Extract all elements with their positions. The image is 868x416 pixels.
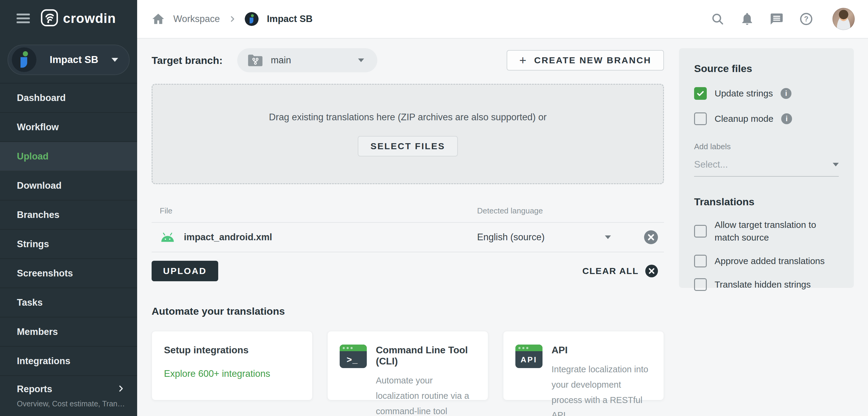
breadcrumb: Workspace Impact SB <box>152 12 313 26</box>
automation-cards: Setup integrations Explore 600+ integrat… <box>152 331 664 400</box>
home-icon[interactable] <box>152 12 165 26</box>
upload-button[interactable]: UPLOAD <box>152 261 218 281</box>
sidebar-item-strings[interactable]: Strings <box>0 230 137 259</box>
topbar: Workspace Impact SB <box>137 0 868 38</box>
remove-file-button[interactable] <box>644 230 658 244</box>
explore-integrations-link[interactable]: Explore 600+ integrations <box>164 368 300 379</box>
target-branch-label: Target branch: <box>152 55 223 66</box>
plus-icon: + <box>519 54 526 66</box>
messages-icon[interactable] <box>770 12 784 26</box>
branch-select[interactable]: main <box>237 48 377 72</box>
option-allow-target-match-source: Allow target translation to match source <box>694 218 839 244</box>
crowdin-wordmark: crowdin <box>63 11 116 26</box>
branch-folder-icon <box>247 54 263 67</box>
terminal-icon: >_ <box>340 345 367 368</box>
file-cell: impact_android.xml <box>160 232 477 243</box>
card-setup-integrations[interactable]: Setup integrations Explore 600+ integrat… <box>152 331 313 400</box>
automate-heading: Automate your translations <box>152 305 664 317</box>
add-labels-label: Add labels <box>694 142 839 151</box>
sidebar-item-screenshots[interactable]: Screenshots <box>0 259 137 288</box>
sidebar-item-upload[interactable]: Upload <box>0 142 137 171</box>
update-strings-checkbox[interactable] <box>694 87 707 100</box>
breadcrumb-workspace[interactable]: Workspace <box>173 13 220 24</box>
cleanup-mode-checkbox[interactable] <box>694 113 707 125</box>
upload-actions-row: UPLOAD CLEAR ALL <box>152 261 664 281</box>
search-icon[interactable] <box>711 12 724 26</box>
topbar-actions: ? <box>711 8 855 30</box>
chevron-right-icon <box>228 15 236 23</box>
info-icon[interactable] <box>781 88 792 99</box>
crowdin-upload-page: crowdin Impact SB Dashboard Workflow Upl… <box>0 0 868 416</box>
option-translate-hidden-strings: Translate hidden strings <box>694 278 839 291</box>
api-icon: API <box>516 345 542 368</box>
target-branch-row: Target branch: main + CREATE NEW BRANCH <box>152 48 664 72</box>
reports-subtitle: Overview, Cost estimate, Transl… <box>17 399 125 408</box>
detected-language-select[interactable]: English (source) <box>477 232 644 243</box>
breadcrumb-project[interactable]: Impact SB <box>267 13 313 24</box>
allow-target-match-checkbox[interactable] <box>694 225 707 238</box>
file-name: impact_android.xml <box>184 232 272 243</box>
sidebar-item-branches[interactable]: Branches <box>0 201 137 230</box>
sidebar-item-download[interactable]: Download <box>0 171 137 201</box>
crowdin-logo-icon <box>41 9 58 28</box>
project-selector[interactable]: Impact SB <box>7 44 130 75</box>
clear-all-button[interactable]: CLEAR ALL <box>582 265 658 277</box>
sidebar-item-dashboard[interactable]: Dashboard <box>0 84 137 113</box>
info-icon[interactable] <box>781 113 792 124</box>
sidebar-item-tasks[interactable]: Tasks <box>0 288 137 318</box>
sidebar-item-members[interactable]: Members <box>0 318 137 347</box>
sidebar: crowdin Impact SB Dashboard Workflow Upl… <box>0 0 137 416</box>
hamburger-menu-icon[interactable] <box>17 13 30 23</box>
sidebar-item-integrations[interactable]: Integrations <box>0 347 137 376</box>
chevron-down-icon <box>833 163 839 167</box>
chevron-down-icon <box>605 235 611 239</box>
sidebar-header: crowdin <box>0 0 137 37</box>
project-selector-label: Impact SB <box>36 54 112 65</box>
android-icon <box>160 232 176 242</box>
column-header-detected-language: Detected language <box>477 206 664 215</box>
notifications-bell-icon[interactable] <box>740 12 754 26</box>
sidebar-item-workflow[interactable]: Workflow <box>0 113 137 142</box>
branch-select-value: main <box>271 55 358 66</box>
uploaded-files-table: File Detected language impact_android.xm… <box>152 199 664 252</box>
crowdin-logo[interactable]: crowdin <box>41 9 116 28</box>
translate-hidden-checkbox[interactable] <box>694 278 707 291</box>
sidebar-nav: Dashboard Workflow Upload Download Branc… <box>0 84 137 416</box>
chevron-down-icon <box>358 58 364 62</box>
project-avatar <box>12 47 36 72</box>
help-icon[interactable]: ? <box>799 12 813 26</box>
table-row: impact_android.xml English (source) <box>152 223 664 252</box>
content: Target branch: main + CREATE NEW BRANCH <box>137 38 868 416</box>
translations-heading: Translations <box>694 196 839 208</box>
option-approve-added-translations: Approve added translations <box>694 255 839 267</box>
clear-all-x-icon <box>645 265 658 277</box>
select-files-button[interactable]: SELECT FILES <box>358 136 458 156</box>
card-api[interactable]: API API Integrate localization into your… <box>503 331 664 400</box>
chevron-down-icon <box>112 58 118 62</box>
source-files-heading: Source files <box>694 63 839 75</box>
main-area: Workspace Impact SB <box>137 0 868 416</box>
sidebar-item-reports[interactable]: Reports Overview, Cost estimate, Transl… <box>0 376 137 416</box>
column-header-file: File <box>160 206 477 215</box>
option-update-strings: Update strings <box>694 87 839 100</box>
svg-text:?: ? <box>804 15 809 23</box>
card-cli[interactable]: >_ Command Line Tool (CLI) Automate your… <box>327 331 488 400</box>
file-dropzone[interactable]: Drag existing translations here (ZIP arc… <box>152 84 664 184</box>
create-new-branch-button[interactable]: + CREATE NEW BRANCH <box>507 50 664 70</box>
table-header: File Detected language <box>152 199 664 223</box>
labels-select[interactable]: Select... <box>694 159 839 177</box>
upload-main-column: Target branch: main + CREATE NEW BRANCH <box>152 48 664 416</box>
chevron-right-icon <box>117 384 125 394</box>
project-avatar <box>245 12 258 26</box>
upload-settings-panel: Source files Update strings Cleanup mode <box>679 48 854 288</box>
dropzone-hint: Drag existing translations here (ZIP arc… <box>269 112 547 123</box>
option-cleanup-mode: Cleanup mode <box>694 113 839 125</box>
user-avatar[interactable] <box>832 8 855 30</box>
approve-added-checkbox[interactable] <box>694 255 707 267</box>
